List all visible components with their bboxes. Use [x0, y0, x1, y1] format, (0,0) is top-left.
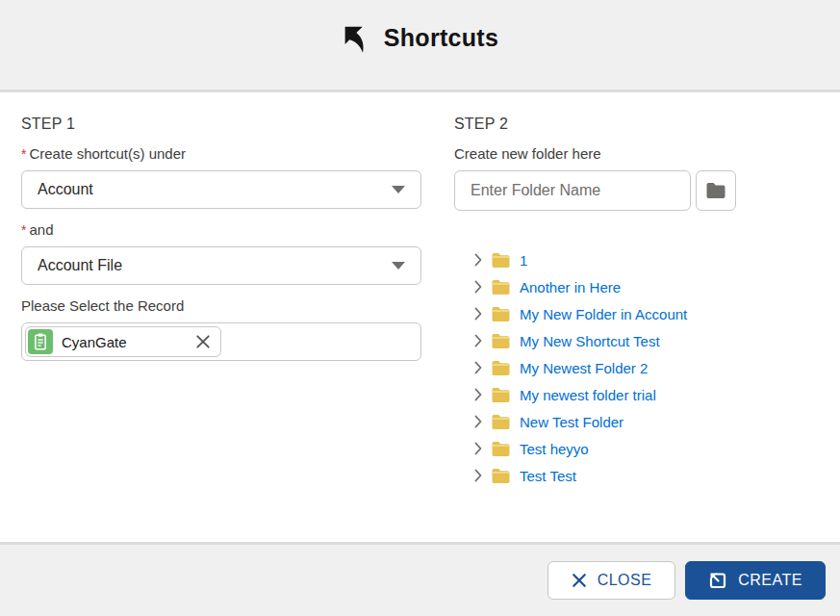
x-icon	[195, 334, 211, 349]
record-select-label: Please Select the Record	[21, 297, 421, 314]
folder-name[interactable]: Test Test	[520, 468, 576, 484]
record-remove-button[interactable]	[193, 332, 213, 351]
create-button-label: CREATE	[738, 572, 802, 589]
modal-header: Shortcuts	[0, 0, 840, 92]
folder-icon	[491, 279, 511, 295]
shortcut-under-label: *Create shortcut(s) under	[21, 145, 421, 162]
folder-tree-item[interactable]: Test Test	[474, 462, 826, 489]
shortcut-under-value: Account	[38, 181, 93, 198]
folder-tree-item[interactable]: New Test Folder	[474, 408, 826, 435]
folder-name[interactable]: 1	[520, 252, 527, 269]
folder-tree-item[interactable]: Another in Here	[474, 273, 826, 300]
record-clipboard-icon	[28, 329, 53, 354]
folder-tree: 1 Another in Here	[454, 246, 826, 489]
required-marker: *	[21, 146, 26, 162]
folder-name[interactable]: My newest folder trial	[520, 387, 656, 403]
chevron-right-icon[interactable]	[474, 388, 482, 401]
step1-section: STEP 1 *Create shortcut(s) under Account…	[21, 116, 421, 542]
chevron-down-icon	[392, 186, 405, 193]
create-folder-label: Create new folder here	[454, 145, 826, 162]
modal-body: STEP 1 *Create shortcut(s) under Account…	[0, 92, 840, 542]
folder-name[interactable]: My New Shortcut Test	[520, 333, 660, 349]
close-button[interactable]: CLOSE	[547, 561, 675, 600]
step2-heading: STEP 2	[454, 116, 826, 133]
folder-tree-item[interactable]: 1	[474, 246, 826, 273]
create-folder-button[interactable]	[696, 170, 736, 211]
folder-icon	[491, 441, 511, 457]
chevron-right-icon[interactable]	[474, 280, 482, 294]
create-shortcut-icon	[708, 571, 727, 590]
chevron-right-icon[interactable]	[474, 361, 482, 374]
folder-create-row	[454, 170, 826, 211]
close-button-label: CLOSE	[598, 572, 652, 589]
folder-name[interactable]: My Newest Folder 2	[520, 360, 648, 376]
folder-icon	[491, 306, 511, 322]
chevron-right-icon[interactable]	[474, 442, 482, 455]
folder-name[interactable]: Test heyyo	[520, 441, 589, 457]
step1-heading: STEP 1	[21, 116, 421, 133]
chevron-right-icon[interactable]	[474, 469, 482, 482]
folder-icon	[491, 333, 511, 349]
folder-name[interactable]: My New Folder in Account	[520, 306, 687, 322]
create-button[interactable]: CREATE	[685, 561, 826, 600]
chevron-right-icon[interactable]	[474, 334, 482, 347]
folder-icon	[491, 414, 511, 430]
folder-icon	[491, 252, 511, 269]
folder-name[interactable]: Another in Here	[520, 279, 621, 295]
folder-icon	[491, 468, 511, 484]
shortcut-arrow-icon	[342, 23, 369, 54]
chevron-right-icon[interactable]	[474, 253, 482, 267]
folder-name-input[interactable]	[454, 170, 691, 211]
modal-title: Shortcuts	[384, 24, 498, 52]
folder-tree-item[interactable]: My newest folder trial	[474, 381, 826, 408]
x-icon	[572, 573, 587, 588]
folder-tree-item[interactable]: My New Folder in Account	[474, 300, 826, 327]
record-lookup-field[interactable]: CyanGate	[21, 322, 421, 361]
folder-tree-item[interactable]: Test heyyo	[474, 435, 826, 462]
folder-icon	[705, 182, 726, 199]
required-marker: *	[21, 222, 26, 238]
folder-icon	[491, 387, 511, 403]
folder-tree-item[interactable]: My New Shortcut Test	[474, 327, 826, 354]
object-type-select[interactable]: Account File	[21, 246, 421, 285]
folder-icon	[491, 360, 511, 376]
chevron-down-icon	[392, 262, 405, 270]
chevron-right-icon[interactable]	[474, 415, 482, 428]
modal-footer: CLOSE CREATE	[0, 542, 840, 616]
and-label: *and	[21, 221, 421, 238]
record-pill[interactable]: CyanGate	[25, 326, 221, 357]
shortcut-under-select[interactable]: Account	[21, 170, 421, 209]
shortcuts-modal: Shortcuts STEP 1 *Create shortcut(s) und…	[0, 0, 840, 616]
step2-section: STEP 2 Create new folder here	[454, 116, 826, 542]
chevron-right-icon[interactable]	[474, 307, 482, 321]
object-type-value: Account File	[38, 257, 122, 274]
folder-name[interactable]: New Test Folder	[520, 414, 624, 430]
record-pill-label: CyanGate	[62, 334, 193, 350]
folder-tree-item[interactable]: My Newest Folder 2	[474, 354, 826, 381]
